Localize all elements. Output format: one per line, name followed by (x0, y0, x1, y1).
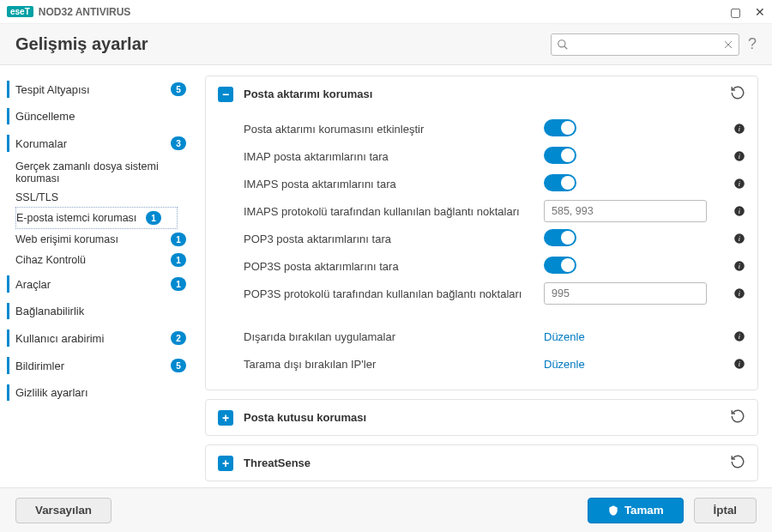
row-label: Dışarıda bırakılan uygulamalar (244, 330, 535, 343)
sidebar-item-tools[interactable]: Araçlar 1 (0, 270, 202, 298)
sidebar-badge: 1 (171, 253, 186, 267)
sidebar-item-label: E-posta istemci koruması (16, 212, 141, 224)
expand-icon[interactable]: + (218, 410, 233, 426)
revert-icon[interactable] (730, 408, 745, 426)
sidebar-badge: 2 (171, 331, 186, 345)
row-excluded-ips: Tarama dışı bırakılan IP'ler Düzenle i (244, 350, 745, 378)
sidebar-item-label: Bildirimler (15, 360, 166, 372)
info-icon[interactable]: i (733, 287, 745, 300)
sidebar-item-label: Araçlar (15, 278, 166, 291)
sidebar-badge: 5 (171, 359, 186, 372)
row-label: Tarama dışı bırakılan IP'ler (244, 358, 535, 371)
row-scan-imap: IMAP posta aktarımlarını tara i (244, 142, 745, 170)
row-label: POP3S posta aktarımlarını tara (244, 260, 535, 273)
sidebar-item-label: Korumalar (15, 137, 166, 150)
sidebar-sub-ssltls[interactable]: SSL/TLS (15, 188, 202, 207)
input-pop3s-ports[interactable] (544, 282, 707, 305)
window-close-icon[interactable]: ✕ (755, 5, 765, 19)
window-maximize-icon[interactable]: ▢ (730, 5, 741, 19)
app-logo: eseT NOD32 ANTIVIRUS (7, 6, 130, 18)
revert-icon[interactable] (730, 85, 745, 103)
sidebar: Tespit Altyapısı 5 Güncelleme Korumalar … (0, 65, 202, 487)
sidebar-badge: 1 (171, 277, 186, 291)
sidebar-item-ui[interactable]: Kullanıcı arabirimi 2 (0, 324, 202, 352)
revert-icon[interactable] (730, 454, 745, 472)
info-icon[interactable]: i (733, 233, 745, 245)
panel-header[interactable]: + Posta kutusu koruması (206, 400, 757, 435)
panel-title: Posta kutusu koruması (244, 411, 366, 424)
sidebar-item-label: SSL/TLS (15, 191, 186, 203)
edit-excluded-apps-link[interactable]: Düzenle (544, 330, 585, 343)
row-enable-mail-transport: Posta aktarımı korumasını etkinleştir i (244, 115, 745, 142)
input-imaps-ports[interactable] (544, 200, 707, 222)
panel-threatsense: + ThreatSense (205, 444, 758, 481)
info-icon[interactable]: i (733, 358, 745, 371)
row-scan-imaps: IMAPS posta aktarımlarını tara i (244, 170, 745, 197)
toggle-scan-imap[interactable] (544, 147, 576, 164)
sidebar-item-label: Web erişimi koruması (15, 233, 166, 245)
panel-header[interactable]: + ThreatSense (206, 445, 757, 481)
expand-icon[interactable]: + (218, 456, 233, 471)
row-excluded-apps: Dışarıda bırakılan uygulamalar Düzenle i (244, 323, 745, 350)
toggle-scan-imaps[interactable] (544, 174, 576, 191)
sidebar-item-connectivity[interactable]: Bağlanabilirlik (0, 298, 202, 324)
ok-button[interactable]: Tamam (588, 498, 684, 523)
row-scan-pop3: POP3 posta aktarımlarını tara i (244, 225, 745, 252)
shield-icon (607, 505, 619, 517)
sidebar-item-label: Kullanıcı arabirimi (15, 332, 166, 345)
svg-point-0 (558, 39, 565, 46)
cancel-button[interactable]: İptal (694, 498, 757, 523)
sidebar-badge: 1 (171, 233, 186, 246)
collapse-icon[interactable]: − (218, 87, 233, 102)
sidebar-badge: 1 (146, 211, 161, 225)
sidebar-item-update[interactable]: Güncelleme (0, 103, 202, 130)
row-pop3s-ports: POP3S protokolü tarafından kullanılan ba… (244, 280, 745, 307)
panel-body: Posta aktarımı korumasını etkinleştir i … (206, 112, 757, 390)
toggle-scan-pop3s[interactable] (544, 257, 576, 274)
brand-chip: eseT (7, 6, 33, 17)
info-icon[interactable]: i (733, 205, 745, 218)
main-content: − Posta aktarımı koruması Posta aktarımı… (202, 65, 772, 487)
sidebar-subgroup-protections: Gerçek zamanlı dosya sistemi koruması SS… (0, 157, 202, 270)
row-imaps-ports: IMAPS protokolü tarafından kullanılan ba… (244, 197, 745, 225)
default-button[interactable]: Varsayılan (15, 498, 112, 523)
sidebar-item-detection-engine[interactable]: Tespit Altyapısı 5 (0, 76, 202, 103)
sidebar-sub-email-client[interactable]: E-posta istemci koruması 1 (15, 207, 178, 229)
sidebar-item-privacy[interactable]: Gizlilik ayarları (0, 379, 202, 406)
search-input[interactable] (569, 39, 723, 51)
sidebar-item-notifications[interactable]: Bildirimler 5 (0, 352, 202, 379)
sidebar-item-label: Tespit Altyapısı (15, 83, 166, 96)
sidebar-item-protections[interactable]: Korumalar 3 (0, 130, 202, 157)
info-icon[interactable]: i (733, 150, 745, 163)
info-icon[interactable]: i (733, 330, 745, 343)
sidebar-sub-web-access[interactable]: Web erişimi koruması 1 (15, 229, 202, 250)
search-icon (557, 39, 569, 51)
panel-header[interactable]: − Posta aktarımı koruması (206, 76, 757, 112)
panel-title: ThreatSense (244, 456, 311, 469)
search-box[interactable] (551, 33, 739, 56)
sidebar-sub-realtime[interactable]: Gerçek zamanlı dosya sistemi koruması (15, 157, 202, 188)
ok-button-label: Tamam (624, 504, 664, 517)
help-icon[interactable]: ? (748, 35, 757, 53)
info-icon[interactable]: i (733, 123, 745, 136)
titlebar: eseT NOD32 ANTIVIRUS ▢ ✕ (0, 0, 772, 24)
row-scan-pop3s: POP3S posta aktarımlarını tara i (244, 252, 745, 280)
clear-search-icon[interactable] (723, 39, 733, 50)
info-icon[interactable]: i (733, 178, 745, 190)
edit-excluded-ips-link[interactable]: Düzenle (544, 358, 585, 371)
panel-mailbox-protection: + Posta kutusu koruması (205, 399, 758, 436)
info-icon[interactable]: i (733, 260, 745, 273)
sidebar-badge: 3 (171, 136, 186, 150)
sidebar-badge: 5 (171, 82, 186, 96)
default-button-label: Varsayılan (35, 504, 92, 517)
sidebar-item-label: Bağlanabilirlik (15, 305, 186, 317)
sidebar-item-label: Cihaz Kontrolü (15, 254, 166, 266)
sidebar-sub-device-control[interactable]: Cihaz Kontrolü 1 (15, 250, 202, 270)
toggle-scan-pop3[interactable] (544, 229, 576, 246)
sidebar-item-label: Gizlilik ayarları (15, 386, 186, 399)
row-label: IMAPS posta aktarımlarını tara (244, 178, 535, 190)
page-title: Gelişmiş ayarlar (15, 34, 148, 54)
toggle-enable-mail-transport[interactable] (544, 119, 576, 136)
row-label: IMAPS protokolü tarafından kullanılan ba… (244, 205, 535, 218)
sidebar-item-label: Gerçek zamanlı dosya sistemi koruması (15, 160, 186, 184)
